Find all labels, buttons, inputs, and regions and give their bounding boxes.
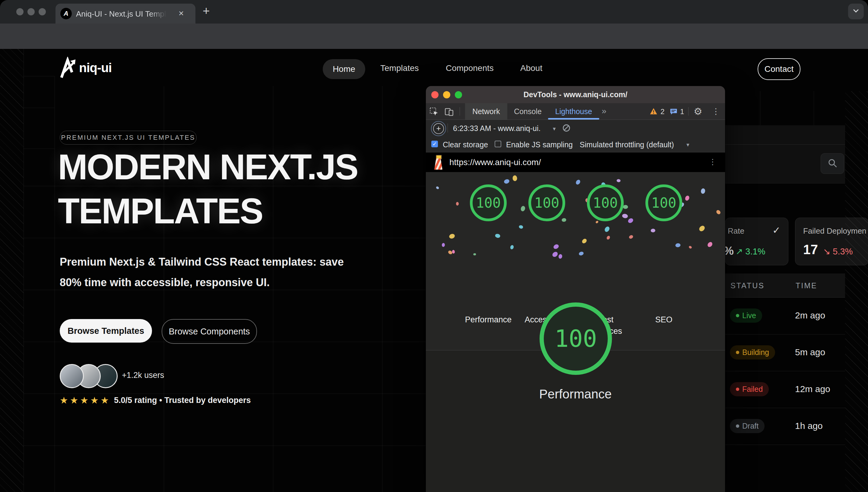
section-divider <box>711 144 845 145</box>
issue-count: 1 <box>680 107 684 116</box>
browse-components-button[interactable]: Browse Components <box>162 319 257 344</box>
tab-title: Aniq-UI - Next.js UI Templates <box>76 9 166 18</box>
nav-item-components[interactable]: Components <box>446 64 494 73</box>
dashboard-search-button[interactable] <box>821 153 844 174</box>
active-tab-underline <box>548 118 599 120</box>
performance-score-gauge[interactable]: 100 <box>540 302 612 375</box>
tab-close-icon[interactable]: × <box>179 8 184 18</box>
status-badge: Live <box>730 309 762 323</box>
site-logo[interactable]: niq-ui <box>60 57 112 79</box>
section-divider <box>711 183 845 183</box>
grid-line <box>24 76 55 76</box>
report-url-row: https://www.aniq-ui.com/ ⋮ <box>426 152 725 172</box>
window-zoom-button[interactable] <box>38 8 46 16</box>
logo-text: niq-ui <box>79 61 112 75</box>
hero-title: MODERN NEXT.JS TEMPLATES <box>58 145 435 233</box>
devtools-menu-icon[interactable]: ⋮ <box>712 106 720 116</box>
confetti-layer <box>426 172 725 263</box>
tab-search-button[interactable] <box>848 4 864 19</box>
status-dot-icon <box>736 388 739 391</box>
score-gauge-best-practices[interactable]: 100 <box>587 184 624 221</box>
devtools-title: DevTools - www.aniq-ui.com/ <box>426 90 725 99</box>
chevron-down-icon[interactable]: ▾ <box>553 125 556 132</box>
grid-line <box>55 76 55 492</box>
nav-item-about[interactable]: About <box>520 64 542 73</box>
status-dot-icon <box>736 314 739 317</box>
status-badge: Failed <box>730 382 769 396</box>
grid-line <box>24 49 24 492</box>
new-report-button[interactable]: + <box>431 121 446 136</box>
clear-storage-label: Clear storage <box>443 140 488 149</box>
status-dot-icon <box>736 351 739 354</box>
search-icon <box>827 157 838 170</box>
browser-window: A Aniq-UI - Next.js UI Templates × + ← →… <box>0 0 868 492</box>
score-gauge-accessibility[interactable]: 100 <box>528 184 565 221</box>
chevron-down-icon[interactable]: ▾ <box>686 141 689 148</box>
row-divider <box>725 371 845 371</box>
clear-storage-checkbox[interactable]: ✓ <box>431 141 438 147</box>
grid-line <box>24 238 426 238</box>
tab-network[interactable]: Network <box>465 103 507 120</box>
row-divider <box>725 297 845 298</box>
js-sampling-checkbox[interactable] <box>495 141 501 147</box>
row-divider <box>725 334 845 335</box>
browser-tab[interactable]: A Aniq-UI - Next.js UI Templates × <box>55 4 195 24</box>
js-sampling-label: Enable JS sampling <box>506 140 573 149</box>
contact-button[interactable]: Contact <box>758 58 800 80</box>
logo-mark-icon <box>60 57 78 79</box>
nav-item-home[interactable]: Home <box>323 59 365 79</box>
report-url: https://www.aniq-ui.com/ <box>449 157 541 167</box>
window-minimize-button[interactable] <box>27 8 35 16</box>
settings-gear-icon[interactable]: ⚙ <box>694 106 703 117</box>
hero-subtitle: Premium Next.js & Tailwind CSS React tem… <box>60 252 392 293</box>
score-gauge-performance[interactable]: 100 <box>470 184 507 221</box>
lighthouse-options-row: ✓ Clear storage Enable JS sampling Simul… <box>426 137 725 152</box>
grid-line <box>24 108 55 108</box>
status-badge: Draft <box>730 419 765 433</box>
report-selector[interactable]: 6:23:33 AM - www.aniq-ui. <box>453 124 541 133</box>
inspect-element-icon[interactable] <box>429 107 439 117</box>
left-hatch-gutter <box>0 49 24 492</box>
grid-line <box>24 148 55 149</box>
clear-reports-icon[interactable] <box>562 124 571 133</box>
tab-console[interactable]: Console <box>513 103 543 120</box>
more-tabs-icon[interactable]: » <box>602 106 606 116</box>
gauge-label: SEO <box>634 314 694 325</box>
report-menu-icon[interactable]: ⋮ <box>709 157 717 167</box>
row-divider <box>448 123 448 132</box>
devtools-window: DevTools - www.aniq-ui.com/ Network Cons… <box>426 86 725 492</box>
browser-toolbar: ← → ↻ aniq-ui.com ★ Incognito ⋮ <box>0 24 868 49</box>
column-header-status: STATUS <box>731 281 765 290</box>
warning-icon[interactable] <box>650 108 657 116</box>
table-row-time: 2m ago <box>795 310 825 321</box>
window-close-button[interactable] <box>16 8 24 16</box>
nav-item-templates[interactable]: Templates <box>380 64 419 73</box>
warning-count: 2 <box>660 107 664 116</box>
table-row-time: 1h ago <box>795 421 823 431</box>
toolbar-divider <box>459 107 460 116</box>
lighthouse-run-row: + 6:23:33 AM - www.aniq-ui. ▾ <box>426 120 725 137</box>
devtools-titlebar[interactable]: DevTools - www.aniq-ui.com/ <box>426 86 725 103</box>
grid-line <box>24 445 426 446</box>
tab-favicon-icon: A <box>60 8 72 19</box>
row-divider <box>725 408 845 408</box>
throttling-select[interactable]: Simulated throttling (default) <box>580 140 674 149</box>
column-header-time: TIME <box>796 281 817 290</box>
rating-stars: ★★★★★ <box>60 395 111 406</box>
card-value: 17 <box>803 242 818 257</box>
tab-strip: A Aniq-UI - Next.js UI Templates × + <box>0 0 868 24</box>
browse-templates-button[interactable]: Browse Templates <box>60 319 152 343</box>
card-title: Rate <box>728 226 744 236</box>
users-count-label: +1.2k users <box>122 371 164 380</box>
new-tab-button[interactable]: + <box>203 4 210 18</box>
card-value: % <box>725 245 734 257</box>
tab-lighthouse[interactable]: Lighthouse <box>550 103 598 120</box>
card-delta: ↗ 3.1% <box>736 246 765 256</box>
success-rate-card: Rate ✓ % ↗ 3.1% <box>725 218 788 265</box>
lighthouse-icon <box>433 154 444 170</box>
device-toolbar-icon[interactable] <box>445 107 454 117</box>
devtools-toolbar: Network Console Lighthouse » 2 1 ⚙ ⋮ <box>426 103 725 120</box>
score-gauge-seo[interactable]: 100 <box>646 184 682 221</box>
rating-label: 5.0/5 rating • Trusted by developers <box>114 396 251 405</box>
issues-icon[interactable] <box>669 108 678 117</box>
